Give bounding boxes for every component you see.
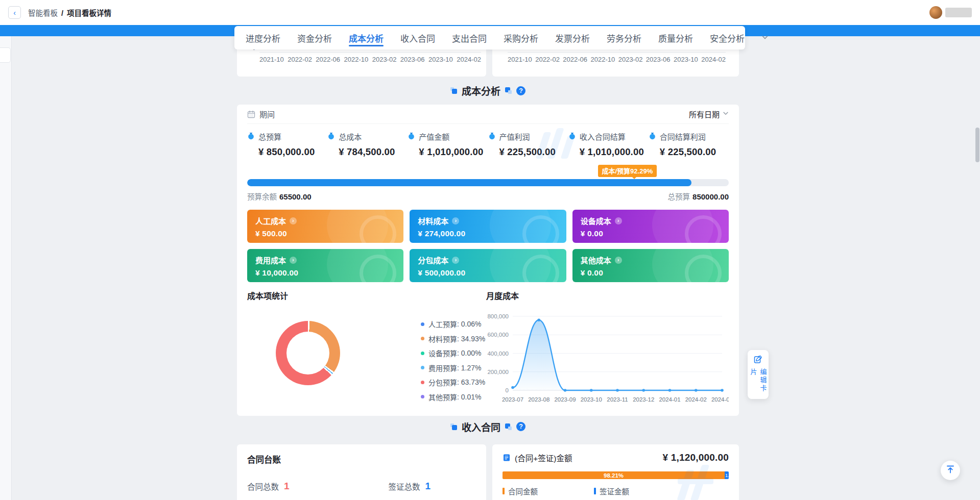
tab-progress[interactable]: 进度分析 — [246, 26, 280, 49]
tab-funds[interactable]: 资金分析 — [297, 26, 332, 49]
budget-remaining: 预算余额65500.00 — [247, 191, 312, 202]
contract-visa-bar: 98.21% 1. — [503, 471, 729, 479]
metric-label: 产值利润 — [499, 131, 530, 142]
sidebar-handle[interactable] — [0, 47, 11, 63]
legend-dot — [421, 395, 424, 398]
chevron-down-icon[interactable] — [761, 34, 769, 42]
svg-text:800,000: 800,000 — [487, 313, 509, 319]
card-value: ¥ 0.00 — [581, 229, 721, 238]
svg-text:2023-07: 2023-07 — [502, 396, 523, 403]
legend-dot — [421, 366, 424, 369]
money-bag-icon — [408, 132, 415, 141]
breadcrumb-current: 项目看板详情 — [67, 9, 111, 17]
cost-analysis-card: 期间 所有日期 总预算 ¥ 850,000.00 总成本 ¥ 784,500.0… — [237, 105, 739, 416]
svg-text:2023-08: 2023-08 — [528, 396, 549, 403]
back-to-top-icon — [946, 465, 955, 476]
contract-count: 合同总数 1 — [247, 481, 290, 492]
svg-text:200,000: 200,000 — [487, 369, 509, 375]
metric-income-settlement: 收入合同结算 ¥ 1,010,000.00 — [568, 131, 649, 158]
money-bag-icon — [327, 132, 335, 141]
metric-value: ¥ 784,500.00 — [327, 146, 408, 158]
svg-text:2023-09: 2023-09 — [554, 396, 576, 403]
metric-label: 合同结算利润 — [660, 131, 706, 142]
x-tick: 2023-02 — [618, 56, 643, 63]
cost-budget-ratio-badge: 成本/预算92.29% — [598, 165, 657, 177]
money-bag-icon — [247, 132, 255, 141]
visa-bar-segment: 1. — [725, 471, 729, 479]
edit-icon — [754, 355, 762, 366]
svg-text:2023-10: 2023-10 — [581, 396, 602, 403]
tab-cost[interactable]: 成本分析 — [349, 26, 384, 49]
line-chart-title: 月度成本 — [486, 289, 729, 302]
x-axis-labels: 2021-10 2022-02 2022-06 2022-10 2023-02 … — [508, 52, 726, 63]
tab-labor[interactable]: 劳务分析 — [607, 26, 641, 49]
x-tick: 2023-10 — [428, 56, 453, 63]
metric-value: ¥ 1,010,000.00 — [408, 146, 488, 158]
amount-value: ¥ 1,120,000.00 — [662, 452, 729, 463]
tab-income-contract[interactable]: 收入合同 — [400, 26, 435, 49]
x-tick: 2021-10 — [508, 56, 532, 63]
monthly-cost-chart: 800,000600,000400,000200,00002023-072023… — [486, 304, 729, 410]
legend-marker — [594, 488, 596, 494]
x-tick: 2024-02 — [701, 56, 726, 63]
legend-item: 设备预算: 0.00% — [421, 348, 485, 358]
scrollbar-thumb[interactable] — [975, 128, 979, 162]
analysis-tabbar: 进度分析 资金分析 成本分析 收入合同 支出合同 采购分析 发票分析 劳务分析 … — [234, 26, 745, 49]
money-bag-icon — [649, 132, 656, 141]
x-tick: 2023-06 — [400, 56, 425, 63]
breadcrumb-root[interactable]: 智能看板 — [28, 9, 58, 17]
card-value: ¥ 274,000.00 — [418, 229, 558, 238]
cost-section-header: 成本分析 ? — [237, 77, 739, 105]
title-decoration — [450, 87, 457, 94]
metric-label: 产值金额 — [419, 131, 449, 142]
back-to-top-button[interactable] — [941, 461, 960, 480]
card-labor-cost[interactable]: 人工成本› ¥ 500.00 — [247, 210, 403, 243]
legend-dot — [421, 337, 424, 340]
card-value: ¥ 500,000.00 — [418, 268, 558, 278]
card-subcontract-cost[interactable]: 分包成本› ¥ 500,000.00 — [410, 249, 566, 282]
cost-item-stats: 成本项统计 人工预算: 0.06% 材料预算: 34.93% 设备预算: 0.0… — [247, 289, 484, 411]
svg-text:400,000: 400,000 — [487, 351, 509, 357]
user-area[interactable] — [929, 6, 972, 19]
back-button[interactable]: ‹ — [8, 6, 21, 19]
card-other-cost[interactable]: 其他成本› ¥ 0.00 — [572, 249, 729, 282]
contract-ledger-card: 合同台账 合同总数 1 签证总数 1 — [237, 444, 486, 500]
help-icon[interactable]: ? — [516, 86, 525, 95]
chevron-right-icon: › — [615, 257, 622, 264]
metric-output-profit: 产值利润 ¥ 225,500.00 — [488, 131, 568, 158]
contract-amount-legend: 合同金额 — [503, 486, 538, 496]
date-range-select[interactable]: 所有日期 — [689, 109, 729, 119]
section-title: 收入合同 — [462, 420, 500, 434]
card-material-cost[interactable]: 材料成本› ¥ 274,000.00 — [410, 210, 566, 243]
visa-amount-legend: 签证金额 — [594, 486, 629, 496]
card-equipment-cost[interactable]: 设备成本› ¥ 0.00 — [572, 210, 729, 243]
metric-total-budget: 总预算 ¥ 850,000.00 — [247, 131, 327, 158]
metric-value: ¥ 225,500.00 — [488, 146, 568, 158]
contract-amount-card: (合同+签证)金额 ¥ 1,120,000.00 98.21% 1. 合同金额 … — [492, 444, 739, 500]
edit-card-button[interactable]: 编辑卡片 — [748, 350, 769, 399]
card-value: ¥ 500.00 — [255, 229, 395, 238]
svg-text:2024-03: 2024-03 — [711, 396, 729, 403]
tab-invoice[interactable]: 发票分析 — [555, 26, 590, 49]
metric-label: 收入合同结算 — [580, 131, 626, 142]
ledger-title: 合同台账 — [247, 453, 476, 465]
tab-purchase[interactable]: 采购分析 — [504, 26, 538, 49]
svg-text:2023-12: 2023-12 — [633, 396, 654, 403]
donut-legend: 人工预算: 0.06% 材料预算: 34.93% 设备预算: 0.00% 费用预… — [421, 319, 485, 406]
card-expense-cost[interactable]: 费用成本› ¥ 10,000.00 — [247, 249, 403, 282]
chevron-right-icon: › — [615, 217, 622, 224]
contract-bar-segment: 98.21% — [503, 471, 725, 479]
chevron-right-icon: › — [452, 217, 459, 224]
card-value: ¥ 0.00 — [581, 268, 721, 278]
tab-quality[interactable]: 质量分析 — [658, 26, 693, 49]
legend-dot — [421, 381, 424, 384]
x-tick: 2021-10 — [259, 56, 284, 63]
calendar-icon — [247, 110, 255, 118]
date-range-value: 所有日期 — [689, 109, 720, 119]
tab-safety[interactable]: 安全分析 — [710, 26, 745, 49]
avatar[interactable] — [929, 6, 942, 19]
income-section-header: 收入合同 ? — [237, 416, 739, 437]
tab-expense-contract[interactable]: 支出合同 — [452, 26, 487, 49]
help-icon[interactable]: ? — [516, 422, 525, 431]
legend-item: 分包预算: 63.73% — [421, 377, 485, 387]
